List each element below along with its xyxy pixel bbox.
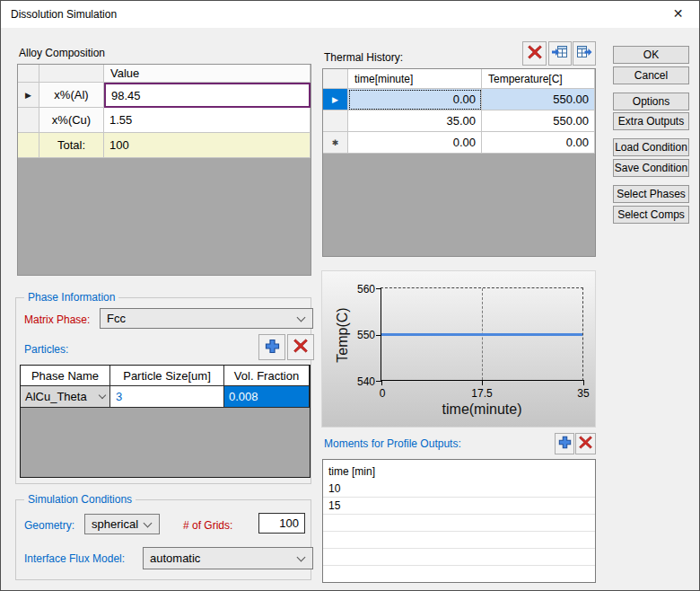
thermal-time-cell[interactable]: 0.00	[348, 132, 482, 154]
y-axis-title: Temp(C)	[335, 290, 353, 380]
options-button[interactable]: Options	[613, 93, 689, 110]
plus-icon	[558, 436, 572, 452]
particle-size-cell[interactable]: 3	[110, 386, 224, 408]
close-button[interactable]: ✕	[658, 1, 698, 27]
thermal-export-table-button[interactable]	[573, 41, 596, 66]
y-tick-label: 560	[357, 283, 375, 296]
select-phases-button[interactable]: Select Phases	[613, 185, 689, 203]
moment-add-button[interactable]	[555, 433, 574, 454]
alloy-row-name: x%(Al)	[39, 83, 104, 108]
matrix-phase-combo[interactable]: Fcc	[100, 308, 313, 329]
thermal-temp-cell[interactable]: 0.00	[482, 132, 595, 154]
save-condition-button[interactable]: Save Condition	[613, 159, 689, 177]
thermal-header-time: time[minute]	[348, 69, 482, 89]
thermal-delete-row-button[interactable]	[522, 41, 547, 66]
plus-icon	[265, 339, 280, 357]
y-tick-mark	[376, 288, 381, 289]
moments-list[interactable]: time [min] 10 15	[322, 459, 596, 583]
select-comps-button[interactable]: Select Comps	[613, 206, 689, 224]
window-title: Dissolution Simulation	[11, 1, 117, 28]
cancel-button[interactable]: Cancel	[613, 66, 689, 84]
chevron-down-icon	[297, 313, 306, 322]
alloy-row-marker[interactable]: ▶	[18, 83, 39, 108]
temperature-series-line	[381, 333, 582, 336]
table-row: AlCu_Theta 3 0.008	[21, 386, 310, 408]
particle-delete-button[interactable]	[287, 334, 314, 360]
grids-input[interactable]: 100	[258, 513, 305, 534]
delete-cross-icon	[528, 45, 542, 62]
alloy-total-value: 100	[104, 133, 311, 158]
thermal-temp-cell[interactable]: 550.00	[482, 110, 595, 132]
chevron-down-icon	[99, 391, 106, 398]
table-export-icon	[576, 45, 592, 62]
table-row: x%(Cu) 1.55	[18, 108, 311, 133]
particle-phase-combo-cell[interactable]: AlCu_Theta	[21, 386, 110, 408]
thermal-time-cell[interactable]: 0.00	[348, 89, 482, 110]
alloy-value-cell-al[interactable]: 98.45	[104, 83, 311, 108]
alloy-value-cell-cu[interactable]: 1.55	[104, 108, 311, 133]
table-row: ✱ 0.00 0.00	[323, 132, 595, 154]
dissolution-simulation-dialog: Dissolution Simulation ✕ Alloy Compositi…	[0, 0, 700, 591]
list-item[interactable]: 10	[323, 481, 595, 498]
x-tick-label: 0	[380, 387, 386, 400]
alloy-total-marker	[18, 133, 39, 158]
geometry-combo[interactable]: spherical	[84, 514, 160, 534]
particles-label: Particles:	[24, 343, 68, 356]
alloy-total-row: Total: 100	[18, 133, 311, 158]
simulation-conditions-group: Simulation Conditions Geometry: spherica…	[15, 499, 311, 580]
table-row: ▶ x%(Al) 98.45	[18, 83, 311, 108]
alloy-row-name: x%(Cu)	[39, 108, 104, 133]
matrix-phase-value: Fcc	[107, 312, 126, 325]
particles-header-fraction: Vol. Fraction	[224, 366, 310, 386]
alloy-header-corner	[18, 65, 39, 83]
particles-header-row: Phase Name Particle Size[um] Vol. Fracti…	[21, 366, 310, 386]
particle-fraction-cell[interactable]: 0.008	[224, 386, 310, 408]
x-tick-mark	[583, 380, 584, 385]
y-tick-mark	[376, 335, 381, 336]
extra-outputs-button[interactable]: Extra Outputs	[613, 112, 689, 130]
ok-button[interactable]: OK	[613, 46, 689, 64]
thermal-header-temperature: Temperature[C]	[482, 69, 595, 89]
table-row: ▶ 0.00 550.00	[323, 89, 595, 110]
thermal-import-table-button[interactable]	[548, 41, 572, 66]
alloy-header-row: Value	[18, 65, 311, 83]
particles-header-size: Particle Size[um]	[110, 366, 224, 386]
thermal-temp-cell[interactable]: 550.00	[482, 89, 595, 110]
alloy-total-label: Total:	[39, 133, 104, 158]
alloy-header-name	[39, 65, 104, 83]
chart-plot-area: 560 550 540 0 17.5 35 Temp(C) time(minut…	[381, 287, 583, 381]
interface-flux-model-label: Interface Flux Model:	[24, 552, 125, 565]
table-import-icon	[552, 45, 568, 62]
load-condition-button[interactable]: Load Condition	[613, 138, 689, 156]
alloy-composition-label: Alloy Composition	[19, 47, 105, 59]
thermal-time-cell[interactable]: 35.00	[348, 110, 482, 132]
moment-delete-button[interactable]	[575, 433, 596, 454]
titlebar: Dissolution Simulation ✕	[1, 1, 699, 28]
interface-flux-model-combo[interactable]: automatic	[143, 547, 313, 569]
phase-information-label: Phase Information	[24, 291, 118, 304]
close-icon: ✕	[673, 6, 684, 21]
thermal-header-corner	[323, 69, 348, 89]
particle-phase-value: AlCu_Theta	[25, 390, 87, 403]
geometry-value: spherical	[92, 517, 138, 531]
list-item-empty	[323, 515, 595, 532]
thermal-history-label: Thermal History:	[324, 51, 403, 64]
moments-label: Moments for Profile Outputs:	[324, 437, 461, 450]
x-tick-label: 35	[577, 387, 589, 400]
x-axis-title: time(minute)	[381, 401, 582, 418]
alloy-row-marker[interactable]	[18, 108, 39, 133]
particles-table: Phase Name Particle Size[um] Vol. Fracti…	[20, 365, 311, 478]
interface-flux-model-value: automatic	[150, 551, 200, 565]
y-tick-label: 550	[357, 329, 375, 341]
particle-add-button[interactable]	[258, 334, 285, 360]
thermal-header-row: time[minute] Temperature[C]	[323, 69, 595, 89]
thermal-row-marker[interactable]	[323, 110, 348, 132]
thermal-row-marker[interactable]: ▶	[323, 89, 348, 110]
thermal-history-table: time[minute] Temperature[C] ▶ 0.00 550.0…	[322, 68, 596, 257]
list-item[interactable]: 15	[323, 498, 595, 515]
x-tick-mark	[482, 380, 483, 385]
delete-cross-icon	[293, 339, 308, 356]
y-tick-label: 540	[357, 375, 375, 388]
particles-header-phase: Phase Name	[21, 366, 110, 386]
thermal-new-row-marker[interactable]: ✱	[323, 132, 348, 154]
